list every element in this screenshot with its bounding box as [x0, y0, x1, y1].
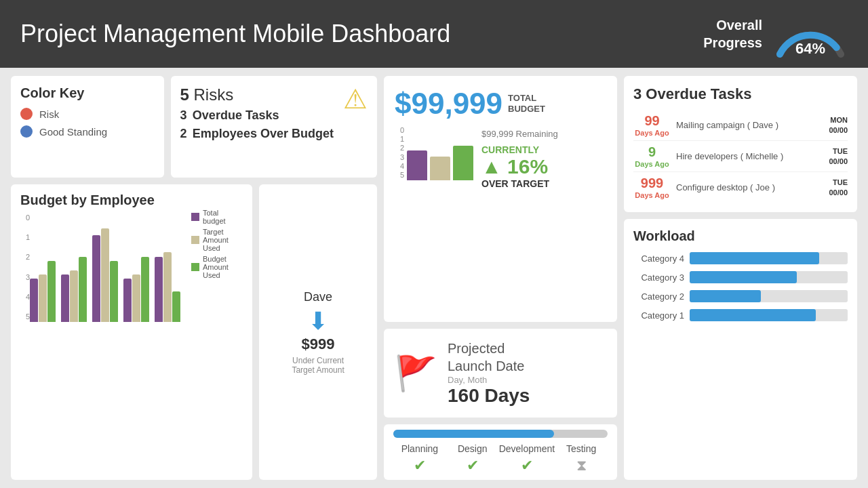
budget-by-employee-card: Budget by Employee 5 4 3 2 1 0 — [11, 184, 252, 480]
bar-target-5 — [163, 252, 172, 322]
launch-sub: Day, Moth — [448, 375, 530, 385]
bar-group-1 — [30, 261, 56, 322]
legend-label-total: Total budget — [203, 209, 243, 225]
legend-good-standing: Good Standing — [20, 125, 155, 138]
phase-dev-icon: ✔ — [499, 457, 555, 474]
header: Project Management Mobile Dashboard Over… — [0, 0, 868, 68]
bar-total-2 — [61, 274, 69, 322]
launch-card: 🚩 ProjectedLaunch Date Day, Moth 160 Day… — [384, 329, 617, 418]
overdue-date-3: TUE 00/00 — [829, 178, 848, 197]
mini-bar-2 — [430, 157, 450, 180]
bar-group-5 — [155, 252, 180, 322]
bar-group-2 — [61, 257, 87, 322]
left-column: Color Key Risk Good Standing 5 Risks — [11, 76, 377, 480]
phase-testing-label: Testing — [555, 443, 608, 454]
phase-planning-icon: ✔ — [393, 457, 446, 474]
bar-total-5 — [155, 257, 163, 322]
risk-label: Risk — [39, 108, 59, 120]
overdue-days-1: 99 Days Ago — [633, 113, 671, 137]
middle-column: $99,999 TOTALBUDGET 5 4 3 2 1 0 — [384, 76, 617, 480]
progress-label: OverallProgress — [703, 16, 762, 52]
good-standing-label: Good Standing — [39, 126, 107, 138]
overdue-row-3: 999 Days Ago Configure desktop ( Joe ) T… — [633, 172, 848, 203]
color-key-card: Color Key Risk Good Standing — [11, 76, 164, 178]
over-target-label: OVER TARGET — [481, 178, 558, 189]
main-grid: Color Key Risk Good Standing 5 Risks — [0, 68, 868, 488]
dave-label: Under CurrentTarget Amount — [292, 356, 344, 375]
overdue-row-2: 9 Days Ago Hire developers ( Michelle ) … — [633, 141, 848, 172]
overdue-tasks-item: 3 Overdue Tasks — [180, 108, 334, 123]
overdue-card: 3 Overdue Tasks 99 Days Ago Mailing camp… — [624, 76, 857, 212]
workload-fill-4 — [690, 252, 819, 264]
over-budget-item: 2 Employees Over Budget — [180, 127, 334, 141]
total-budget-label: TOTALBUDGET — [508, 93, 545, 114]
overdue-days-2: 9 Days Ago — [633, 144, 671, 168]
workload-track-1 — [690, 309, 848, 321]
budget-top: $99,999 TOTALBUDGET — [395, 87, 606, 121]
y-axis: 5 4 3 2 1 0 — [20, 214, 30, 322]
bar-used-1 — [47, 261, 56, 322]
bar-total-4 — [123, 279, 132, 322]
mini-bar-3 — [453, 146, 473, 180]
overdue-row-1: 99 Days Ago Mailing campaign ( Dave ) MO… — [633, 110, 848, 141]
bar-target-4 — [132, 274, 140, 322]
budget-stats: $99,999 Remaining CURRENTLY ▲ 16% OVER T… — [481, 126, 558, 189]
page-title: Project Management Mobile Dashboard — [20, 20, 450, 48]
budget-row: Budget by Employee 5 4 3 2 1 0 — [11, 184, 377, 480]
workload-label-2: Category 2 — [633, 291, 684, 302]
gauge: 64% — [773, 10, 848, 58]
dave-amount: $999 — [302, 336, 335, 353]
legend-sq-used — [191, 263, 199, 271]
risk-dot — [20, 108, 33, 120]
dave-card: Dave ⬇ $999 Under CurrentTarget Amount — [259, 184, 377, 480]
risks-header: 5 Risks 3 Overdue Tasks 2 Employees Over… — [180, 85, 368, 141]
phase-testing-icon: ⧗ — [555, 457, 608, 474]
legend-row-total: Total budget — [191, 209, 243, 225]
warning-icon: ⚠ — [343, 85, 368, 113]
phase-design: Design ✔ — [446, 443, 499, 474]
budget-legend: Total budget Target Amount Used Budget A… — [191, 209, 243, 279]
bar-used-4 — [141, 257, 149, 322]
bar-total-1 — [30, 279, 38, 322]
overdue-count: 3 — [633, 85, 642, 102]
launch-info: ProjectedLaunch Date Day, Moth 160 Days — [448, 340, 530, 407]
overdue-task-1: Mailing campaign ( Dave ) — [676, 120, 823, 130]
overdue-date-1: MON 00/00 — [829, 115, 848, 135]
overdue-days-3: 999 Days Ago — [633, 176, 671, 199]
overdue-label: Overdue Tasks — [193, 108, 279, 122]
phase-planning: Planning ✔ — [393, 443, 446, 474]
risks-title: 5 Risks — [180, 85, 334, 104]
bar-target-3 — [101, 228, 109, 322]
flag-icon: 🚩 — [395, 354, 437, 393]
launch-days: 160 Days — [448, 385, 530, 407]
overdue-task-3: Configure desktop ( Joe ) — [676, 182, 823, 192]
workload-label-4: Category 4 — [633, 253, 684, 264]
over-budget-label: Employees Over Budget — [193, 127, 334, 140]
budget-chart-bars — [30, 214, 180, 322]
budget-overview-card: $99,999 TOTALBUDGET 5 4 3 2 1 0 — [384, 76, 617, 322]
phase-design-label: Design — [446, 443, 499, 454]
workload-fill-3 — [690, 271, 797, 283]
workload-track-2 — [690, 290, 848, 302]
total-amount: $99,999 — [395, 87, 502, 121]
workload-fill-2 — [690, 290, 761, 302]
overdue-title: 3 Overdue Tasks — [633, 85, 848, 103]
bar-used-2 — [79, 257, 87, 322]
risks-card: 5 Risks 3 Overdue Tasks 2 Employees Over… — [171, 76, 378, 178]
phase-testing: Testing ⧗ — [555, 443, 608, 474]
mini-bar-1 — [407, 150, 427, 180]
legend-row-used: Budget Amount Used — [191, 255, 243, 279]
bar-used-5 — [172, 291, 180, 322]
phase-design-icon: ✔ — [446, 457, 499, 474]
overdue-date-2: TUE 00/00 — [829, 146, 848, 166]
phases-card: Planning ✔ Design ✔ Development ✔ Testin… — [384, 424, 617, 480]
bar-used-3 — [110, 261, 118, 322]
legend-row-target: Target Amount Used — [191, 228, 243, 252]
currently-label: CURRENTLY — [481, 144, 558, 155]
workload-title: Workload — [633, 228, 848, 244]
workload-fill-1 — [690, 309, 816, 321]
currently-pct: ▲ 16% — [481, 155, 558, 178]
bar-target-1 — [39, 274, 47, 322]
launch-title: ProjectedLaunch Date — [448, 340, 530, 375]
workload-track-3 — [690, 271, 848, 283]
